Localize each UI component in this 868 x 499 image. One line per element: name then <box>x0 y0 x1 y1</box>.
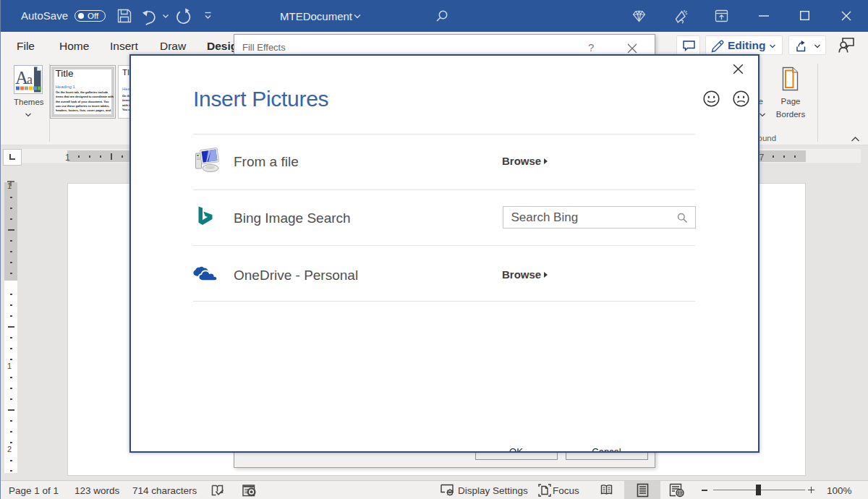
svg-text:a: a <box>27 72 33 87</box>
